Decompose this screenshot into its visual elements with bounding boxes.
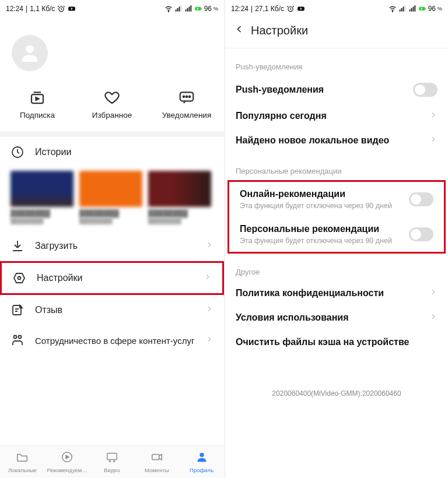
toggle-personal[interactable] [409, 227, 433, 241]
svg-rect-42 [425, 8, 425, 9]
row-online-rec[interactable]: Онлайн-рекомендации Эта функция будет от… [229, 182, 444, 217]
toggle-online[interactable] [409, 192, 433, 206]
history-thumbnails: ████████████████ ████████████████ ██████… [0, 167, 224, 224]
nav-profile[interactable]: Профиль [179, 451, 224, 473]
svg-point-16 [183, 96, 185, 98]
section-push: Push-уведомления [225, 48, 448, 76]
settings-nut-icon [12, 271, 26, 285]
tab-subscribe-label: Подписка [5, 111, 69, 119]
section-other: Другое [225, 254, 448, 281]
svg-rect-36 [404, 5, 405, 12]
tab-notifications-label: Уведомления [155, 111, 219, 119]
download-icon [10, 239, 24, 253]
signal2-icon [184, 5, 192, 13]
svg-rect-9 [188, 7, 190, 12]
signal-icon [174, 5, 183, 13]
chevron-right-icon [205, 305, 214, 315]
chevron-right-icon [429, 135, 438, 146]
svg-rect-33 [399, 9, 400, 12]
row-history[interactable]: Истории [0, 137, 224, 167]
folder-icon [0, 451, 45, 466]
nav-video[interactable]: Видео [90, 451, 135, 473]
row-download[interactable]: Загрузить [0, 231, 224, 261]
row-cooperation-label: Сотрудничество в сфере контент-услуг [35, 336, 205, 346]
row-push[interactable]: Push-уведомления [225, 76, 448, 104]
thumb-3[interactable]: ████████████████ [148, 171, 211, 224]
alarm-icon [57, 5, 65, 13]
svg-point-26 [109, 461, 110, 462]
svg-rect-5 [178, 7, 180, 12]
row-newlocal[interactable]: Найдено новое локальное видео [225, 128, 448, 153]
profile-icon [179, 451, 224, 466]
svg-point-20 [18, 277, 21, 280]
row-privacy[interactable]: Политика конфиденциальности [225, 281, 448, 305]
battery-pct: 96 [428, 5, 436, 13]
row-feedback[interactable]: Отзыв [0, 295, 224, 325]
svg-rect-3 [175, 9, 176, 12]
row-settings-label: Настройки [37, 273, 204, 283]
tab-favorites[interactable]: Избранное [80, 89, 144, 119]
svg-rect-40 [414, 5, 415, 12]
svg-rect-35 [402, 7, 404, 12]
row-settings[interactable]: Настройки [2, 263, 222, 293]
build-version: 2020060400(MiVideo-GMM):2020060460 [225, 354, 448, 409]
back-button[interactable] [233, 23, 245, 37]
nav-local[interactable]: Локальные [0, 451, 45, 473]
chevron-right-icon [429, 312, 438, 323]
screen-profile: 12:24 | 1,1 Кб/с 96% Подписка Избранное [0, 0, 224, 478]
svg-rect-4 [177, 8, 178, 12]
row-personal-rec[interactable]: Персональные рекомендации Эта функция бу… [229, 217, 444, 252]
svg-point-18 [189, 96, 191, 98]
svg-rect-38 [411, 8, 412, 12]
settings-header: Настройки [225, 17, 448, 48]
row-clear-cache[interactable]: Очистить файлы кэша на устройстве [225, 330, 448, 354]
battery-icon [194, 5, 202, 13]
status-bar: 12:24 | 1,1 Кб/с 96% [0, 0, 224, 17]
svg-rect-6 [180, 5, 181, 12]
page-title: Настройки [251, 24, 308, 37]
chevron-right-icon [429, 111, 438, 121]
svg-rect-39 [412, 7, 414, 12]
avatar[interactable] [12, 35, 48, 71]
signal2-icon [408, 5, 416, 13]
svg-rect-28 [152, 454, 159, 459]
nav-recommend[interactable]: Рекомендуем… [45, 451, 90, 473]
tab-favorites-label: Избранное [80, 111, 144, 119]
chevron-right-icon [205, 335, 214, 346]
status-time: 12:24 [231, 5, 249, 13]
thumb-2[interactable]: ████████████████ [79, 171, 142, 224]
highlight-settings: Настройки [0, 261, 224, 295]
youtube-icon [297, 5, 305, 13]
wifi-icon [164, 5, 173, 13]
row-terms[interactable]: Условия использования [225, 305, 448, 330]
status-bar: 12:24 | 27,1 Кб/с 96% [225, 0, 448, 17]
tab-notifications[interactable]: Уведомления [155, 89, 219, 119]
svg-point-29 [200, 453, 204, 457]
status-speed: 27,1 Кб/с [255, 5, 284, 13]
chevron-right-icon [204, 273, 212, 283]
battery-pct: 96 [204, 5, 212, 13]
feedback-icon [10, 303, 24, 317]
subscribe-icon [29, 89, 46, 106]
profile-header [0, 17, 224, 83]
chat-icon [178, 89, 195, 106]
alarm-icon [286, 5, 295, 13]
svg-point-27 [114, 461, 115, 462]
svg-point-22 [14, 336, 17, 339]
battery-icon [418, 5, 426, 13]
status-time: 12:24 [6, 5, 23, 13]
nav-moments[interactable]: Моменты [134, 451, 179, 473]
tv-icon [90, 451, 135, 466]
camera-icon [134, 451, 179, 466]
svg-rect-37 [409, 9, 410, 12]
heart-icon [103, 89, 121, 106]
chevron-right-icon [205, 241, 214, 251]
svg-point-13 [26, 45, 33, 53]
row-popular[interactable]: Популярно сегодня [225, 104, 448, 128]
tab-subscribe[interactable]: Подписка [5, 89, 69, 119]
row-cooperation[interactable]: Сотрудничество в сфере контент-услуг [0, 325, 224, 356]
row-feedback-label: Отзыв [35, 305, 205, 315]
youtube-icon [68, 5, 76, 13]
toggle-push[interactable] [413, 83, 438, 97]
thumb-1[interactable]: ████████████████ [10, 171, 74, 224]
